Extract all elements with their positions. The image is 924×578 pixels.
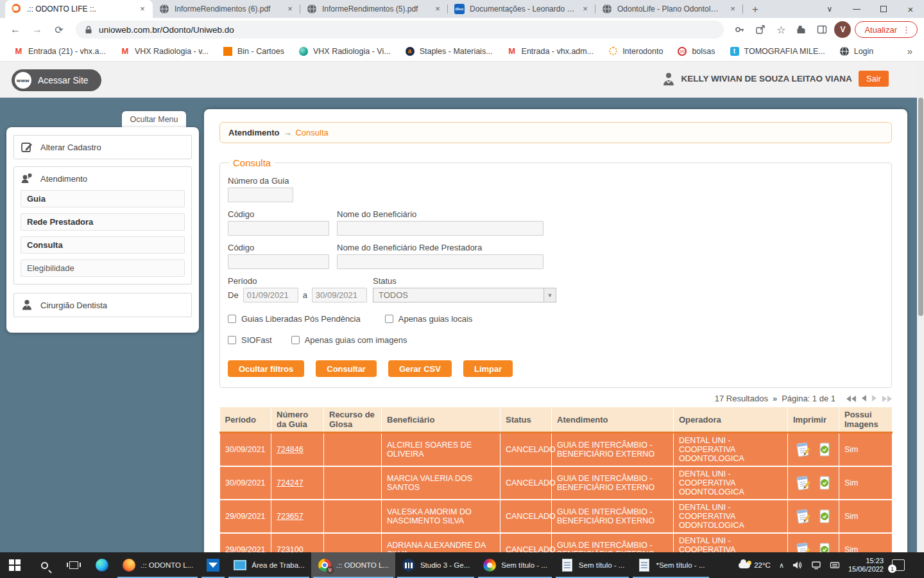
- breadcrumb-current[interactable]: Consulta: [295, 128, 328, 137]
- window-close-icon[interactable]: ×: [897, 0, 924, 18]
- taskbar-app[interactable]: V .:: ODONTO L...: [116, 552, 200, 578]
- network-icon[interactable]: [811, 560, 821, 570]
- codigo-input[interactable]: [228, 221, 329, 236]
- back-icon[interactable]: ←: [6, 21, 24, 39]
- browser-tab[interactable]: iDoc InformeRendimentos (6).pdf ×: [153, 0, 300, 18]
- bookmark-item[interactable]: Ma360t Staples - Materiais...: [399, 44, 499, 58]
- taskbar-app[interactable]: V .:: ODONTO L...: [311, 552, 395, 578]
- export-guia-icon[interactable]: [816, 541, 834, 553]
- address-bar[interactable]: unioweb.com.br/Odonto/Uniweb.do: [76, 21, 724, 39]
- guia-number-link[interactable]: 724247: [277, 478, 304, 487]
- side-panel-icon[interactable]: [814, 21, 830, 38]
- checkbox-siofast[interactable]: [228, 336, 236, 344]
- periodo-de-input[interactable]: [243, 288, 298, 302]
- window-menu-icon[interactable]: ∨: [816, 0, 843, 18]
- taskbar-search-button[interactable]: [30, 552, 59, 578]
- export-guia-icon[interactable]: [816, 508, 834, 525]
- numero-guia-input[interactable]: [228, 188, 293, 202]
- new-tab-button[interactable]: +: [747, 1, 764, 18]
- update-browser-button[interactable]: Atualizar ⋮: [855, 21, 918, 38]
- reload-icon[interactable]: ⟳: [50, 21, 68, 39]
- status-select[interactable]: TODOS ▼: [373, 288, 556, 302]
- task-view-button[interactable]: [59, 552, 89, 578]
- tab-close-icon[interactable]: ×: [285, 4, 295, 14]
- taskbar-app[interactable]: V Sem título - ...: [554, 552, 631, 578]
- print-guia-icon[interactable]: [794, 441, 812, 459]
- pagination-next-icon[interactable]: [872, 394, 877, 403]
- print-guia-icon[interactable]: [794, 475, 812, 492]
- extensions-icon[interactable]: [793, 21, 810, 38]
- bookmark-item[interactable]: Ma360t Interodonto: [602, 44, 669, 58]
- taskbar-app[interactable]: V: [89, 552, 116, 578]
- bookmark-item[interactable]: Ma360t VHX Radiologia - Vi...: [293, 44, 397, 58]
- sidebar-item-atendimento[interactable]: Atendimento: [14, 167, 191, 190]
- start-button[interactable]: [0, 552, 30, 578]
- bookmark-item[interactable]: Ma360t VHX Radiologia - v...: [114, 44, 214, 58]
- sidebar-item-cirurgiao-dentista[interactable]: Cirurgião Dentista: [13, 293, 192, 317]
- pagination-first-icon[interactable]: [846, 396, 856, 402]
- export-guia-icon[interactable]: [816, 475, 834, 492]
- guia-number-link[interactable]: 723100: [277, 545, 304, 552]
- sidebar-subitem[interactable]: Rede Prestadora: [21, 213, 185, 231]
- page-scrollbar[interactable]: [917, 62, 924, 552]
- browser-tab[interactable]: iDoc .:: ODONTO LIFE ::. ×: [5, 0, 153, 18]
- share-icon[interactable]: [752, 21, 769, 38]
- tab-close-icon[interactable]: ×: [728, 4, 738, 14]
- nome-rede-input[interactable]: [337, 254, 543, 269]
- guia-number-link[interactable]: 724846: [277, 445, 304, 454]
- bookmark-item[interactable]: Ma360t bolsas: [671, 44, 721, 58]
- browser-tab[interactable]: iDoc OdontoLife - Plano Odontológic ×: [595, 0, 743, 18]
- bookmark-item[interactable]: Ma360t Entrada - vhx.adm...: [501, 44, 600, 58]
- tab-close-icon[interactable]: ×: [137, 4, 148, 14]
- export-guia-icon[interactable]: [816, 441, 834, 459]
- periodo-a-input[interactable]: [312, 288, 367, 302]
- bookmark-item[interactable]: Ma360t Bin - Cartoes: [217, 44, 290, 58]
- select-arrow-icon[interactable]: ▼: [543, 288, 556, 302]
- gerar-csv-button[interactable]: Gerar CSV: [388, 360, 452, 377]
- consultar-button[interactable]: Consultar: [316, 360, 377, 377]
- weather-widget[interactable]: 22°C: [739, 561, 771, 569]
- bookmark-star-icon[interactable]: ☆: [773, 21, 789, 38]
- sidebar-item-alterar-cadastro[interactable]: Alterar Cadastro: [13, 135, 192, 159]
- taskbar-app[interactable]: V Studio 3 - Ge...: [395, 552, 476, 578]
- touch-keyboard-icon[interactable]: [830, 560, 840, 570]
- bookmark-item[interactable]: Ma360t TOMOGRAFIA MILE...: [724, 44, 831, 58]
- window-minimize-icon[interactable]: —: [843, 0, 870, 18]
- browser-menu-icon[interactable]: ⋮: [902, 25, 911, 35]
- pagination-last-icon[interactable]: [882, 396, 892, 402]
- bookmark-item[interactable]: Ma360t Entrada (21) - vhx.a...: [8, 44, 112, 58]
- password-key-icon[interactable]: [732, 21, 748, 38]
- checkbox-guias-locais[interactable]: [385, 315, 393, 323]
- guia-number-link[interactable]: 723657: [277, 512, 304, 521]
- tab-close-icon[interactable]: ×: [580, 4, 590, 14]
- sidebar-subitem[interactable]: Consulta: [21, 236, 185, 254]
- sair-button[interactable]: Sair: [859, 71, 889, 87]
- nome-beneficiario-input[interactable]: [337, 221, 543, 236]
- ocultar-filtros-button[interactable]: Ocultar filtros: [228, 360, 304, 377]
- browser-tab[interactable]: iDoc InformeRendimentos (5).pdf ×: [300, 0, 448, 18]
- acessar-site-button[interactable]: www Acessar Site: [12, 69, 101, 91]
- checkbox-guias-liberadas[interactable]: [228, 315, 236, 323]
- taskbar-app[interactable]: V: [200, 552, 227, 578]
- checkbox-guias-imagens[interactable]: [291, 336, 300, 344]
- pagination-prev-icon[interactable]: [862, 394, 866, 403]
- taskbar-app[interactable]: V *Sem título - ...: [631, 552, 711, 578]
- browser-tab[interactable]: iDoc Documentações - Leonardo da ×: [448, 0, 595, 18]
- print-guia-icon[interactable]: [794, 508, 812, 525]
- tray-expand-icon[interactable]: ∧: [779, 561, 784, 570]
- ocultar-menu-tab[interactable]: Ocultar Menu: [122, 111, 186, 127]
- action-center-icon[interactable]: 1: [892, 559, 905, 571]
- codigo-rede-input[interactable]: [228, 254, 329, 269]
- window-restore-icon[interactable]: [870, 0, 897, 18]
- bookmark-item[interactable]: Ma360t Login: [834, 44, 880, 58]
- taskbar-app[interactable]: V Sem título - ...: [476, 552, 554, 578]
- limpar-button[interactable]: Limpar: [463, 360, 513, 377]
- sidebar-subitem[interactable]: Guia: [21, 190, 185, 207]
- profile-avatar[interactable]: V: [834, 21, 851, 38]
- clock[interactable]: 15:23 15/06/2022: [848, 557, 884, 574]
- bookmarks-overflow-icon[interactable]: »: [907, 46, 912, 57]
- taskbar-app[interactable]: V Área de Traba...: [227, 552, 311, 578]
- sidebar-subitem[interactable]: Elegibilidade: [21, 259, 185, 277]
- tab-close-icon[interactable]: ×: [432, 4, 443, 14]
- volume-icon[interactable]: [792, 560, 803, 570]
